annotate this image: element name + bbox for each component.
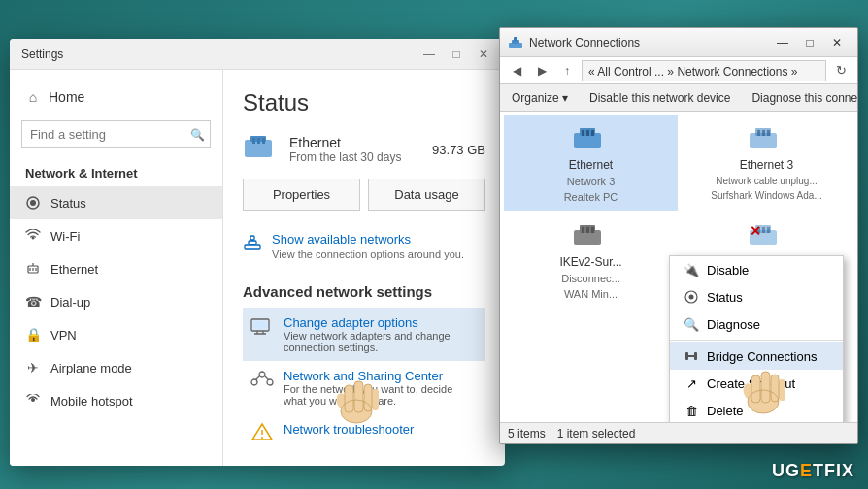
show-networks-link[interactable]: Show available networks View the connect…: [243, 222, 485, 270]
title-controls: — □ ✕: [419, 45, 493, 64]
ctx-status[interactable]: Status: [670, 283, 843, 310]
ctx-diagnose[interactable]: 🔍 Diagnose: [670, 310, 843, 338]
disable-icon: 🔌: [684, 262, 699, 277]
svg-point-55: [689, 295, 694, 300]
ctx-disable[interactable]: 🔌 Disable: [670, 256, 843, 283]
net-item-sub1: Disconnec...: [561, 273, 620, 284]
sidebar-item-label: Status: [50, 196, 86, 211]
svg-point-22: [259, 372, 265, 377]
watermark-highlight: E: [800, 461, 813, 480]
net-title-controls: — □ ✕: [770, 32, 850, 53]
watermark-prefix: UG: [772, 461, 800, 480]
vpn-icon: 🔒: [25, 327, 41, 342]
change-adapter-text: Change adapter options View network adap…: [284, 315, 478, 353]
main-content: Status Ethernet From the last 30 days 93…: [223, 70, 505, 466]
svg-rect-36: [586, 130, 589, 136]
sidebar-item-ethernet[interactable]: Ethernet: [10, 252, 222, 285]
ethernet-icon: [25, 261, 41, 277]
properties-button[interactable]: Properties: [243, 179, 360, 211]
disable-device-btn[interactable]: Disable this network device: [584, 89, 736, 107]
net-item-ethernet[interactable]: Ethernet Network 3 Realtek PC: [504, 115, 678, 211]
home-label: Home: [49, 89, 84, 105]
btn-row: Properties Data usage: [243, 179, 485, 211]
troubleshooter-text: Network troubleshooter: [284, 422, 414, 437]
action-title: Change adapter options: [284, 315, 478, 330]
svg-rect-57: [685, 352, 688, 360]
net-window-icon: [508, 35, 523, 50]
forward-btn[interactable]: ▶: [531, 60, 552, 82]
svg-rect-9: [252, 138, 255, 144]
address-path[interactable]: « All Control ... » Network Connections …: [582, 60, 826, 82]
back-btn[interactable]: ◀: [506, 60, 527, 82]
organize-btn[interactable]: Organize ▾: [506, 89, 574, 107]
svg-rect-12: [245, 245, 260, 249]
net-item-name: IKEv2-Sur...: [559, 255, 621, 269]
ctx-bridge[interactable]: Bridge Connections: [670, 342, 843, 370]
svg-text:✕: ✕: [750, 223, 761, 239]
refresh-btn[interactable]: ↻: [830, 60, 851, 82]
address-bar: ◀ ▶ ↑ « All Control ... » Network Connec…: [500, 57, 857, 84]
action-desc: For the network you want to, decide what…: [284, 383, 478, 407]
net-item-sub2: Surfshark Windows Ada...: [711, 190, 822, 201]
watermark-suffix: TFIX: [813, 461, 854, 480]
svg-rect-10: [257, 138, 260, 144]
sidebar-home[interactable]: ⌂ Home: [10, 82, 222, 113]
net-item-sub2: Realtek PC: [564, 191, 618, 203]
sidebar: ⌂ Home 🔍 Network & Internet Status Wi-Fi: [10, 70, 223, 466]
svg-point-23: [251, 379, 257, 385]
svg-point-24: [267, 379, 273, 385]
up-btn[interactable]: ↑: [556, 60, 578, 82]
action-title: Network and Sharing Center: [284, 369, 478, 383]
airplane-icon: ✈: [25, 360, 41, 375]
troubleshooter-action[interactable]: Network troubleshooter: [243, 414, 485, 453]
show-networks-icon: [243, 234, 262, 253]
advanced-section-heading: Advanced network settings: [243, 283, 485, 300]
search-box: 🔍: [21, 120, 211, 148]
net-connections-window: Network Connections — □ ✕ ◀ ▶ ↑ « All Co…: [499, 27, 858, 444]
change-adapter-action[interactable]: Change adapter options View network adap…: [243, 308, 485, 361]
minimize-button[interactable]: —: [419, 45, 439, 64]
adapter-size: 93.73 GB: [432, 143, 485, 157]
search-icon: 🔍: [190, 128, 205, 142]
svg-rect-47: [591, 227, 594, 233]
sidebar-item-status[interactable]: Status: [10, 186, 222, 219]
ethernet3-adapter-icon: [748, 123, 786, 154]
maximize-button[interactable]: □: [447, 45, 466, 64]
window-body: ⌂ Home 🔍 Network & Internet Status Wi-Fi: [10, 70, 505, 466]
net-close-btn[interactable]: ✕: [824, 32, 850, 53]
sidebar-item-dialup[interactable]: ☎ Dial-up: [10, 285, 222, 318]
ctx-shortcut[interactable]: ↗ Create Shortcut: [670, 370, 843, 397]
data-usage-button[interactable]: Data usage: [368, 179, 485, 211]
settings-title: Settings: [21, 48, 419, 61]
sidebar-item-label: Mobile hotspot: [50, 394, 133, 408]
search-input[interactable]: [21, 120, 211, 148]
diagnose-icon: 🔍: [684, 316, 699, 332]
troubleshooter-icon: [250, 422, 274, 445]
link-title: Show available networks: [272, 232, 464, 246]
close-button[interactable]: ✕: [474, 45, 493, 64]
adapter-card: Ethernet From the last 30 days 93.73 GB: [243, 132, 485, 167]
ctx-delete[interactable]: 🗑 Delete: [670, 397, 843, 422]
diagnose-btn[interactable]: Diagnose this connection: [746, 89, 858, 107]
svg-rect-46: [586, 227, 589, 233]
link-desc: View the connection options around you.: [272, 248, 464, 260]
svg-rect-45: [582, 227, 584, 233]
net-item-ikev2[interactable]: IKEv2-Sur... Disconnec... WAN Min...: [504, 212, 678, 308]
net-item-sub1: Network 3: [567, 176, 616, 187]
net-item-ethernet3[interactable]: Ethernet 3 Network cable unplug... Surfs…: [680, 115, 853, 211]
svg-rect-32: [514, 37, 517, 41]
net-minimize-btn[interactable]: —: [770, 32, 795, 53]
sidebar-item-vpn[interactable]: 🔒 VPN: [10, 318, 222, 351]
net-maximize-btn[interactable]: □: [797, 32, 822, 53]
sidebar-item-airplane[interactable]: ✈ Airplane mode: [10, 351, 222, 384]
svg-rect-13: [249, 241, 256, 244]
sidebar-item-hotspot[interactable]: Mobile hotspot: [10, 384, 222, 417]
svg-line-25: [256, 376, 260, 380]
shortcut-icon: ↗: [684, 375, 699, 391]
svg-rect-51: [762, 227, 765, 233]
wintun-adapter-icon: ✕: [748, 220, 786, 251]
sidebar-item-label: Dial-up: [50, 295, 90, 310]
sidebar-item-wifi[interactable]: Wi-Fi: [10, 219, 222, 252]
action-desc: View network adapters and change connect…: [284, 330, 478, 353]
sharing-center-action[interactable]: Network and Sharing Center For the netwo…: [243, 361, 485, 414]
